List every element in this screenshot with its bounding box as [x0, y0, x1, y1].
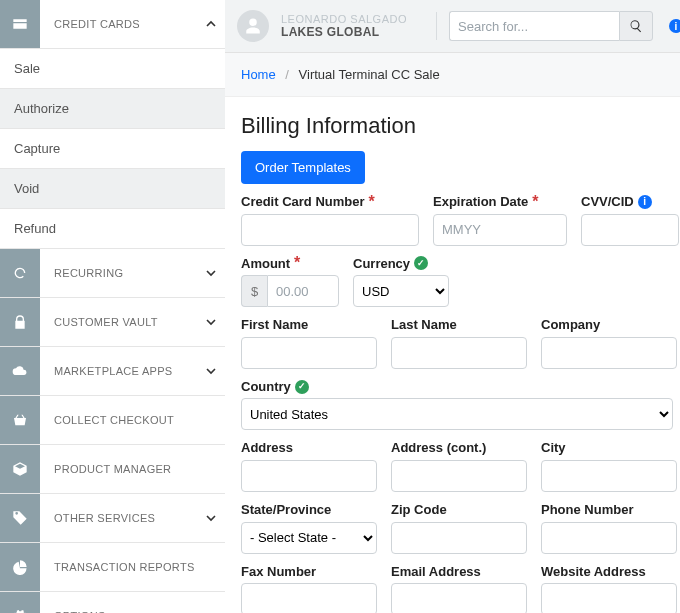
- search-input[interactable]: [449, 11, 619, 41]
- currency-symbol: $: [241, 275, 267, 307]
- info-icon[interactable]: i: [669, 19, 680, 33]
- sidebar-sub-authorize[interactable]: Authorize: [0, 89, 225, 129]
- first-name-input[interactable]: [241, 337, 377, 369]
- sidebar-sub-capture[interactable]: Capture: [0, 129, 225, 169]
- label-cc: Credit Card Number*: [241, 194, 419, 210]
- breadcrumb-home[interactable]: Home: [241, 67, 276, 82]
- city-input[interactable]: [541, 460, 677, 492]
- sidebar-item-product-manager[interactable]: PRODUCT MANAGER: [0, 445, 225, 494]
- label-company: Company: [541, 317, 677, 333]
- sidebar-label: CREDIT CARDS: [40, 18, 197, 30]
- gears-icon: [0, 592, 40, 613]
- sidebar-sub-sale[interactable]: Sale: [0, 49, 225, 89]
- sidebar-label: OTHER SERVICES: [40, 512, 197, 524]
- refresh-icon: [0, 249, 40, 297]
- state-select[interactable]: - Select State -: [241, 522, 377, 554]
- label-addr2: Address (cont.): [391, 440, 527, 456]
- content: Billing Information Order Templates Cred…: [225, 97, 680, 613]
- sidebar-label: RECURRING: [40, 267, 197, 279]
- package-icon: [0, 445, 40, 493]
- amount-input[interactable]: [267, 275, 339, 307]
- sidebar-sub-refund[interactable]: Refund: [0, 209, 225, 249]
- label-country: Country✓: [241, 379, 679, 395]
- sidebar-item-transaction-reports[interactable]: TRANSACTION REPORTS: [0, 543, 225, 592]
- currency-select[interactable]: USD: [353, 275, 449, 307]
- website-input[interactable]: [541, 583, 677, 613]
- divider: [436, 12, 437, 40]
- sidebar-label: PRODUCT MANAGER: [40, 463, 197, 475]
- main: LEONARDO SALGADO LAKES GLOBAL i Home / V…: [225, 0, 680, 613]
- sidebar-label: COLLECT CHECKOUT: [40, 414, 197, 426]
- sidebar-item-customer-vault[interactable]: CUSTOMER VAULT: [0, 298, 225, 347]
- sidebar-item-marketplace-apps[interactable]: MARKETPLACE APPS: [0, 347, 225, 396]
- sidebar-item-recurring[interactable]: RECURRING: [0, 249, 225, 298]
- chevron-down-icon: [197, 513, 225, 523]
- label-fax: Fax Number: [241, 564, 377, 580]
- breadcrumb: Home / Virtual Terminal CC Sale: [225, 53, 680, 97]
- chevron-down-icon: [197, 317, 225, 327]
- last-name-input[interactable]: [391, 337, 527, 369]
- breadcrumb-sep: /: [279, 67, 295, 82]
- label-state: State/Province: [241, 502, 377, 518]
- user-org: LAKES GLOBAL: [281, 25, 424, 39]
- email-input[interactable]: [391, 583, 527, 613]
- chevron-up-icon: [197, 19, 225, 29]
- company-input[interactable]: [541, 337, 677, 369]
- billing-heading: Billing Information: [241, 113, 679, 139]
- label-addr: Address: [241, 440, 377, 456]
- sidebar-label: CUSTOMER VAULT: [40, 316, 197, 328]
- fax-input[interactable]: [241, 583, 377, 613]
- user-block: LEONARDO SALGADO LAKES GLOBAL: [281, 13, 424, 39]
- credit-card-icon: [0, 0, 40, 48]
- info-icon[interactable]: i: [638, 195, 652, 209]
- label-amount: Amount*: [241, 256, 339, 272]
- sidebar-item-other-services[interactable]: OTHER SERVICES: [0, 494, 225, 543]
- check-icon: ✓: [295, 380, 309, 394]
- cloud-icon: [0, 347, 40, 395]
- chevron-down-icon: [197, 268, 225, 278]
- sidebar-sub-void[interactable]: Void: [0, 169, 225, 209]
- topbar: LEONARDO SALGADO LAKES GLOBAL i: [225, 0, 680, 53]
- tags-icon: [0, 494, 40, 542]
- address2-input[interactable]: [391, 460, 527, 492]
- country-select[interactable]: United States: [241, 398, 673, 430]
- phone-input[interactable]: [541, 522, 677, 554]
- sidebar-label: TRANSACTION REPORTS: [40, 561, 197, 573]
- address-input[interactable]: [241, 460, 377, 492]
- user-name: LEONARDO SALGADO: [281, 13, 424, 25]
- cvv-input[interactable]: [581, 214, 679, 246]
- basket-icon: [0, 396, 40, 444]
- search-icon: [629, 19, 643, 33]
- expiration-input[interactable]: [433, 214, 567, 246]
- pie-chart-icon: [0, 543, 40, 591]
- order-templates-button[interactable]: Order Templates: [241, 151, 365, 184]
- sidebar-item-credit-cards[interactable]: CREDIT CARDS: [0, 0, 225, 49]
- label-zip: Zip Code: [391, 502, 527, 518]
- search-button[interactable]: [619, 11, 653, 41]
- breadcrumb-current: Virtual Terminal CC Sale: [299, 67, 440, 82]
- sidebar: CREDIT CARDS Sale Authorize Capture Void…: [0, 0, 225, 613]
- label-first: First Name: [241, 317, 377, 333]
- zip-input[interactable]: [391, 522, 527, 554]
- search-group: [449, 11, 653, 41]
- cc-number-input[interactable]: [241, 214, 419, 246]
- label-email: Email Address: [391, 564, 527, 580]
- sidebar-item-options[interactable]: OPTIONS: [0, 592, 225, 613]
- label-phone: Phone Number: [541, 502, 677, 518]
- avatar[interactable]: [237, 10, 269, 42]
- lock-icon: [0, 298, 40, 346]
- sidebar-item-collect-checkout[interactable]: COLLECT CHECKOUT: [0, 396, 225, 445]
- label-cvv: CVV/CIDi: [581, 194, 679, 210]
- label-city: City: [541, 440, 677, 456]
- check-icon: ✓: [414, 256, 428, 270]
- label-last: Last Name: [391, 317, 527, 333]
- label-exp: Expiration Date*: [433, 194, 567, 210]
- label-currency: Currency✓: [353, 256, 449, 272]
- label-website: Website Address: [541, 564, 677, 580]
- chevron-down-icon: [197, 366, 225, 376]
- sidebar-label: MARKETPLACE APPS: [40, 365, 197, 377]
